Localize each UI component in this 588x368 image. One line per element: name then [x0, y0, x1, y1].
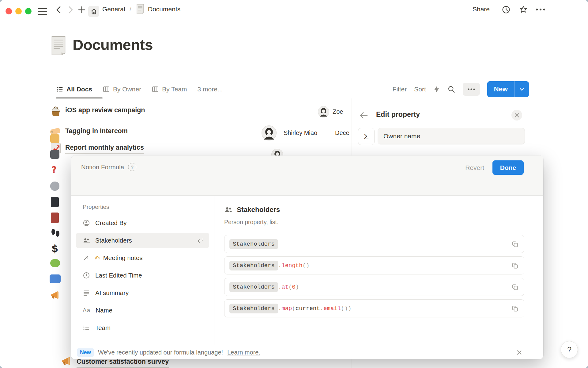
banner-text: We've recently updated our formula langu…	[98, 349, 223, 356]
property-item-stakeholders[interactable]: Stakeholders	[76, 233, 209, 248]
formula-example[interactable]: Stakeholders . map ( current . email ())	[224, 299, 524, 317]
tab-by-owner[interactable]: By Owner	[103, 86, 141, 93]
close-icon[interactable]	[511, 110, 522, 121]
back-icon[interactable]	[55, 6, 62, 14]
formula-properties-panel: Properties Created By Stakeholders	[71, 196, 214, 345]
copy-icon[interactable]	[511, 283, 518, 290]
formula-modal-title: Notion Formula	[81, 163, 124, 171]
revert-button[interactable]: Revert	[465, 164, 484, 171]
home-button[interactable]	[88, 6, 99, 17]
learn-more-link[interactable]: Learn more.	[227, 349, 260, 356]
code-dot: .	[278, 284, 281, 290]
sidebar-menu-icon[interactable]	[38, 8, 47, 15]
person-cell[interactable]: Zoe	[333, 108, 343, 115]
copy-icon[interactable]	[511, 305, 518, 312]
text-lines-icon	[83, 289, 90, 297]
code-parens: ()	[303, 262, 310, 269]
property-label: AI summary	[95, 289, 129, 297]
property-label: Last Edited Time	[95, 272, 142, 279]
tab-all-docs[interactable]: All Docs	[56, 86, 92, 93]
formula-example[interactable]: Stakeholders . at ( 0 )	[224, 278, 524, 296]
property-item-created-by[interactable]: Created By	[76, 215, 209, 231]
clock-icon	[83, 272, 90, 279]
heavy-dollar-sign-emoji: $	[51, 243, 58, 254]
help-question-icon[interactable]: ?	[128, 163, 136, 171]
studio-microphone-emoji	[50, 182, 59, 191]
formula-example[interactable]: Stakeholders	[224, 235, 524, 253]
property-label: Created By	[95, 219, 127, 227]
property-item-last-edited-time[interactable]: Last Edited Time	[76, 268, 209, 283]
property-label: Meeting notes	[103, 254, 143, 262]
page-title[interactable]: Documents	[73, 36, 153, 53]
board-view-icon	[103, 86, 110, 93]
tab-label: All Docs	[66, 86, 92, 93]
code-function: map	[281, 305, 292, 312]
table-row[interactable]: Report monthly analytics	[65, 144, 144, 151]
property-item-name[interactable]: Aa Name	[76, 303, 209, 318]
forward-icon[interactable]	[67, 6, 74, 14]
formula-example[interactable]: Stakeholders . length ()	[224, 256, 524, 274]
people-icon	[224, 205, 232, 214]
updates-clock-icon[interactable]	[502, 5, 511, 14]
enter-return-icon	[196, 237, 204, 244]
bug-emoji	[50, 259, 60, 267]
writing-hand-emoji: ✍	[95, 254, 100, 262]
copy-icon[interactable]	[511, 240, 518, 247]
flower-playing-cards-emoji	[51, 213, 59, 223]
date-cell[interactable]: Dece	[335, 129, 349, 136]
copy-icon[interactable]	[511, 262, 518, 269]
code-variable: current	[296, 305, 320, 312]
doc-title-link[interactable]: iOS app review campaign	[65, 106, 145, 116]
sort-button[interactable]: Sort	[414, 86, 426, 93]
avatar	[262, 125, 277, 140]
footprints-emoji	[51, 228, 60, 238]
minimize-window-button[interactable]	[15, 8, 22, 14]
back-arrow-icon[interactable]	[359, 111, 368, 120]
table-row[interactable]: iOS app review campaign	[65, 106, 145, 114]
done-button[interactable]: Done	[492, 160, 524, 175]
formula-type-button[interactable]: Σ	[358, 128, 375, 145]
doc-title-link[interactable]: Tagging in Intercom	[65, 127, 128, 137]
code-dot: .	[278, 305, 281, 312]
new-badge: New	[77, 348, 94, 357]
property-label: Stakeholders	[95, 237, 132, 244]
document-page-emoji	[136, 4, 145, 14]
help-button[interactable]: ?	[561, 341, 578, 358]
table-row[interactable]: Tagging in Intercom	[65, 127, 128, 135]
automations-lightning-icon[interactable]	[433, 85, 440, 93]
page-title-emoji[interactable]	[50, 35, 67, 56]
person-cell[interactable]: Shirley Miao	[284, 129, 317, 136]
tab-more-views[interactable]: 3 more...	[198, 86, 223, 93]
property-item-team[interactable]: Team	[76, 320, 209, 335]
doc-title-link[interactable]: Report monthly analytics	[65, 144, 144, 154]
view-options-ellipsis-button[interactable]	[463, 83, 480, 96]
new-dropdown-button[interactable]	[514, 81, 529, 97]
favorite-star-icon[interactable]	[519, 5, 528, 14]
zoom-window-button[interactable]	[25, 8, 32, 14]
breadcrumb-current[interactable]: Documents	[148, 6, 180, 13]
share-button[interactable]: Share	[473, 6, 490, 13]
search-icon[interactable]	[447, 85, 455, 93]
new-button[interactable]: New	[487, 81, 514, 97]
avatar	[318, 106, 329, 117]
breadcrumb-root[interactable]: General	[102, 6, 125, 13]
filter-button[interactable]: Filter	[393, 86, 407, 93]
property-item-ai-summary[interactable]: AI summary	[76, 285, 209, 301]
property-item-meeting-notes[interactable]: ✍ Meeting notes	[76, 250, 209, 266]
home-icon	[90, 8, 97, 15]
watch-emoji	[50, 150, 59, 159]
property-detail-panel: Stakeholders Person property, list. Stak…	[214, 196, 543, 345]
mobile-phone-emoji	[51, 197, 59, 207]
property-token: Stakeholders	[229, 239, 278, 249]
megaphone-emoji	[61, 355, 72, 366]
formula-update-banner: New We've recently updated our formula l…	[71, 345, 543, 359]
text-type-icon: Aa	[83, 307, 90, 314]
formula-editor-header[interactable]: Notion Formula ? Revert Done	[71, 155, 543, 196]
property-name-input[interactable]	[378, 128, 525, 144]
close-icon[interactable]	[517, 350, 522, 355]
tab-by-team[interactable]: By Team	[152, 86, 187, 93]
code-number: 0	[292, 284, 295, 290]
close-window-button[interactable]	[6, 8, 12, 14]
more-options-icon[interactable]	[535, 8, 546, 11]
new-tab-plus-icon[interactable]	[77, 6, 86, 14]
